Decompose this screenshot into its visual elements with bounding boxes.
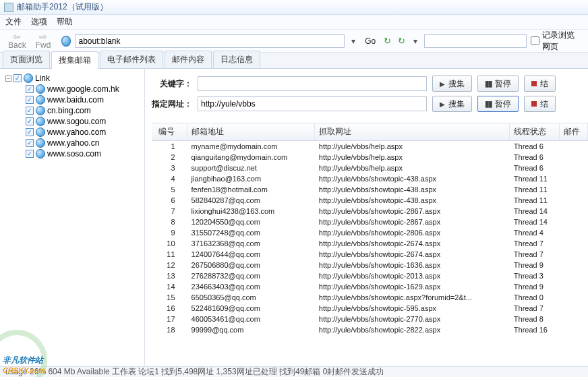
tree-item[interactable]: ✓www.sogou.com — [3, 116, 142, 127]
menubar: 文件 选项 帮助 — [0, 15, 588, 30]
stop-url-button[interactable]: 结 — [524, 96, 556, 112]
back-button[interactable]: ⇦ Back — [5, 32, 29, 50]
arrow-left-icon: ⇦ — [13, 32, 21, 40]
table-row[interactable]: 11124007644@qq.comhttp://yule/vbbs/showt… — [152, 249, 588, 260]
tab-bar: 页面浏览 搜集邮箱 电子邮件列表 邮件内容 日志信息 — [0, 53, 588, 69]
refresh-all-icon[interactable]: ↻ — [398, 36, 405, 46]
tree-root[interactable]: − ✓ Link — [3, 73, 142, 84]
statusbar: usage 26% 604 Mb Available 工作表 论坛1 找到5,4… — [0, 366, 588, 377]
table-row[interactable]: 1myname@mydomain.comhttp://yule/vbbs/hel… — [152, 141, 588, 152]
checkbox-icon[interactable]: ✓ — [26, 128, 34, 136]
checkbox-icon[interactable]: ✓ — [26, 96, 34, 104]
tab-email-list[interactable]: 电子邮件列表 — [100, 51, 163, 68]
table-row[interactable]: 8120204550@qq.comhttp://yule/vbbs/showto… — [152, 216, 588, 227]
url-dropdown-icon[interactable]: ▾ — [349, 36, 358, 46]
tree-item-label: www.soso.com — [47, 149, 101, 158]
menu-help[interactable]: 帮助 — [57, 16, 73, 28]
search-url-button[interactable]: ▶搜集 — [432, 96, 472, 112]
stop-icon — [531, 101, 537, 107]
table-row[interactable]: 7lixionghui4238@163.comhttp://yule/vbbs/… — [152, 206, 588, 216]
specify-url-input[interactable] — [198, 96, 427, 111]
tree-item[interactable]: ✓www.yahoo.cn — [3, 138, 142, 148]
globe-icon — [36, 106, 45, 115]
pause-url-button[interactable]: ▮▮暂停 — [477, 96, 519, 112]
results-table: 编号 邮箱地址 抓取网址 线程状态 邮件 1myname@mydomain.co… — [152, 123, 588, 335]
tree-item[interactable]: ✓www.baidu.com — [3, 94, 142, 105]
keyword-input[interactable] — [198, 76, 427, 91]
menu-options[interactable]: 选项 — [31, 16, 47, 28]
table-row[interactable]: 10371632368@qq.comhttp://yule/vbbs/showt… — [152, 238, 588, 249]
table-row[interactable]: 1899999@qq.comhttp://yule/vbbs/showtopic… — [152, 324, 588, 335]
tab-collect-mailbox[interactable]: 搜集邮箱 — [51, 51, 98, 69]
url-input[interactable] — [75, 34, 345, 48]
checkbox-icon[interactable]: ✓ — [13, 74, 22, 82]
pause-icon: ▮▮ — [485, 79, 492, 88]
globe-icon — [36, 84, 45, 94]
table-row[interactable]: 16522481609@qq.comhttp://yule/vbbs/showt… — [152, 303, 588, 314]
tree-item-label: www.baidu.com — [47, 95, 104, 105]
play-icon: ▶ — [440, 100, 445, 108]
tree-item[interactable]: ✓www.yahoo.com — [3, 127, 142, 138]
tree-item[interactable]: ✓www.google.com.hk — [3, 84, 142, 94]
arrow-right-icon: ⇨ — [39, 32, 47, 40]
stop-icon — [531, 81, 537, 86]
forward-button[interactable]: ⇨ Fwd — [33, 32, 54, 50]
refresh-dropdown-icon[interactable]: ▾ — [411, 36, 420, 46]
globe-icon — [36, 138, 45, 148]
table-row[interactable]: 14234663403@qq.comhttp://yule/vbbs/showt… — [152, 281, 588, 292]
table-row[interactable]: 6582840287@qq.comhttp://yule/vbbs/showto… — [152, 195, 588, 206]
pause-keyword-button[interactable]: ▮▮暂停 — [477, 76, 519, 92]
col-mail[interactable]: 邮件 — [559, 123, 587, 141]
globe-icon — [24, 74, 33, 83]
checkbox-icon[interactable]: ✓ — [26, 107, 34, 115]
globe-icon — [36, 117, 45, 126]
record-checkbox[interactable]: 记录浏览网页 — [531, 30, 583, 53]
keyword-label: 关键字： — [152, 78, 192, 90]
stop-keyword-button[interactable]: 结 — [524, 76, 556, 92]
content-panel: 关键字： ▶搜集 ▮▮暂停 结 指定网址： ▶搜集 ▮▮暂停 结 编号 邮箱地址… — [145, 69, 588, 366]
sidebar-tree: − ✓ Link ✓www.google.com.hk✓www.baidu.co… — [0, 69, 145, 366]
table-row[interactable]: 13276288732@qq.comhttp://yule/vbbs/showt… — [152, 270, 588, 281]
checkbox-icon[interactable]: ✓ — [26, 139, 34, 147]
col-email[interactable]: 邮箱地址 — [187, 123, 315, 141]
table-row[interactable]: 4jiangbihao@163.comhttp://yule/vbbs/show… — [152, 173, 588, 184]
checkbox-icon[interactable]: ✓ — [26, 150, 34, 158]
collapse-icon[interactable]: − — [5, 76, 11, 82]
go-button[interactable]: Go — [365, 36, 376, 46]
table-row[interactable]: 9315507248@qq.comhttp://yule/vbbs/showto… — [152, 227, 588, 238]
table-row[interactable]: 17460053461@qq.comhttp://yule/vbbs/showt… — [152, 314, 588, 324]
tab-log-info[interactable]: 日志信息 — [213, 51, 260, 68]
play-icon: ▶ — [440, 80, 445, 88]
table-row[interactable]: 2qianguitang@mydomain.comhttp://yule/vbb… — [152, 152, 588, 163]
table-row[interactable]: 5fenfen18@hotmail.comhttp://yule/vbbs/sh… — [152, 184, 588, 195]
col-thread[interactable]: 线程状态 — [510, 123, 560, 141]
menu-file[interactable]: 文件 — [5, 16, 22, 28]
globe-icon — [61, 36, 71, 47]
refresh-icon[interactable]: ↻ — [384, 36, 391, 46]
tab-page-browse[interactable]: 页面浏览 — [3, 51, 50, 68]
tab-mail-content[interactable]: 邮件内容 — [165, 51, 212, 68]
tree-item[interactable]: ✓www.soso.com — [3, 148, 142, 159]
table-row[interactable]: 1565050365@qq.comhttp://yule/vbbs/showto… — [152, 292, 588, 303]
record-checkbox-input[interactable] — [531, 36, 539, 45]
table-row[interactable]: 3support@discuz.nethttp://yule/vbbs/help… — [152, 163, 588, 173]
tree-item-label: www.sogou.com — [47, 117, 106, 126]
globe-icon — [36, 95, 45, 105]
url-label: 指定网址： — [152, 98, 192, 110]
tree-item[interactable]: ✓cn.bing.com — [3, 105, 142, 116]
checkbox-icon[interactable]: ✓ — [26, 85, 34, 93]
search-keyword-button[interactable]: ▶搜集 — [432, 76, 472, 92]
tree-item-label: www.yahoo.com — [47, 127, 106, 137]
titlebar: 邮箱助手2012（试用版） — [0, 0, 588, 15]
pause-icon: ▮▮ — [485, 99, 492, 109]
tree-item-label: cn.bing.com — [47, 106, 91, 115]
globe-icon — [36, 149, 45, 158]
col-url[interactable]: 抓取网址 — [315, 123, 510, 141]
globe-icon — [36, 127, 45, 137]
tree-item-label: www.google.com.hk — [47, 84, 119, 94]
checkbox-icon[interactable]: ✓ — [26, 117, 34, 125]
search-toolbar-input[interactable] — [424, 34, 527, 48]
table-row[interactable]: 12267506880@qq.comhttp://yule/vbbs/showt… — [152, 260, 588, 270]
window-title: 邮箱助手2012（试用版） — [17, 1, 108, 13]
col-number[interactable]: 编号 — [152, 123, 187, 141]
